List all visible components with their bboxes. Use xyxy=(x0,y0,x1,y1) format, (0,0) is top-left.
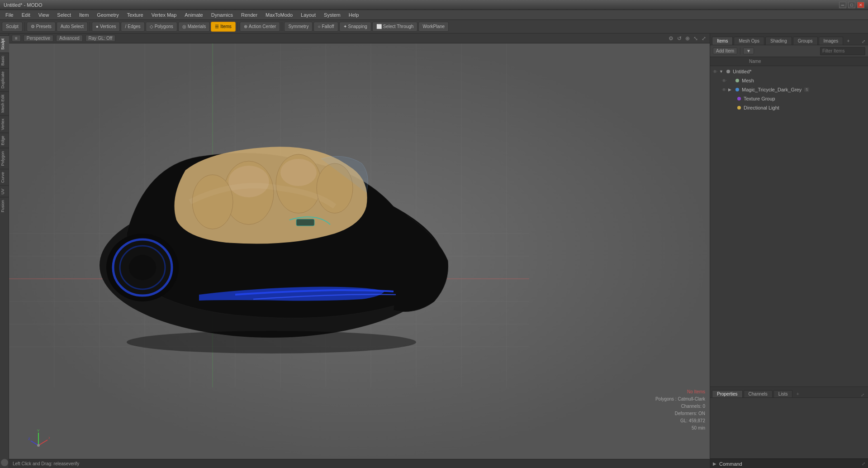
viewport-canvas[interactable]: No Items Polygons : Catmull-Clark Channe… xyxy=(9,43,710,459)
minimize-button[interactable]: ─ xyxy=(839,2,846,8)
directional-light-dot xyxy=(737,105,741,110)
menu-animate[interactable]: Animate xyxy=(181,11,206,19)
items-tree[interactable]: 👁 ▼ Untitled* 👁 Mesh 👁 ▶ xyxy=(710,66,868,387)
svg-point-31 xyxy=(129,255,156,280)
tab-mesh-ops[interactable]: Mesh Ops xyxy=(734,37,764,45)
symmetry-button[interactable]: Symmetry xyxy=(284,22,313,32)
sidebar-tab-meshedit[interactable]: Mesh Edit xyxy=(0,91,9,115)
menu-view[interactable]: View xyxy=(35,11,53,19)
eye-icon-mesh[interactable]: 👁 xyxy=(721,78,727,83)
materials-button[interactable]: ◎ Materials xyxy=(178,22,210,32)
snapping-button[interactable]: ✦ Snapping xyxy=(339,22,371,32)
vertices-button[interactable]: ● Vertices xyxy=(92,22,120,32)
filter-items-input[interactable] xyxy=(820,47,865,55)
viewport-scene xyxy=(9,43,710,459)
menu-texture[interactable]: Texture xyxy=(123,11,147,19)
tree-item-mesh[interactable]: 👁 Mesh xyxy=(710,76,868,85)
menu-render[interactable]: Render xyxy=(237,11,261,19)
tab-channels[interactable]: Channels xyxy=(744,390,773,397)
action-center-button[interactable]: ⊕ Action Center xyxy=(240,22,280,32)
autoselect-button[interactable]: Auto Select xyxy=(57,22,88,32)
expand-untitled[interactable]: ▼ xyxy=(719,69,726,74)
menu-layout[interactable]: Layout xyxy=(297,11,319,19)
viewport-icon-expand[interactable]: ⤢ xyxy=(701,34,707,43)
items-options-button[interactable]: ▼ xyxy=(743,48,754,54)
view-type-button[interactable]: Perspective xyxy=(24,35,53,42)
menu-file[interactable]: File xyxy=(2,11,17,19)
viewport-icon-zoom[interactable]: ⊕ xyxy=(684,34,691,43)
menu-item[interactable]: Item xyxy=(76,11,92,19)
magic-tricycle-label: Magic_Tricycle_Dark_Grey xyxy=(742,87,802,92)
falloff-icon: ○ xyxy=(318,24,320,29)
maximize-button[interactable]: □ xyxy=(848,2,855,8)
presets-button[interactable]: ⚙ Presets xyxy=(27,22,56,32)
tab-lists[interactable]: Lists xyxy=(773,390,793,397)
viewport-menu-button[interactable]: ≡ xyxy=(12,35,21,42)
menu-vertex-map[interactable]: Vertex Map xyxy=(148,11,180,19)
menu-geometry[interactable]: Geometry xyxy=(93,11,122,19)
command-input[interactable] xyxy=(745,461,859,466)
sidebar-tab-basic[interactable]: Basic xyxy=(0,53,9,68)
add-item-button[interactable]: Add Item xyxy=(713,48,737,54)
sidebar-tab-uv[interactable]: UV xyxy=(0,186,9,197)
snapping-icon: ✦ xyxy=(343,24,347,29)
edges-button[interactable]: / Edges xyxy=(121,22,144,32)
tree-item-directional-light[interactable]: Directional Light xyxy=(710,103,868,112)
menu-dynamics[interactable]: Dynamics xyxy=(208,11,237,19)
svg-point-33 xyxy=(127,331,416,353)
toolbar-sep xyxy=(740,48,740,55)
sidebar-tab-duplicate[interactable]: Duplicate xyxy=(0,68,9,91)
falloff-button[interactable]: ○ Falloff xyxy=(313,22,338,32)
toolbar: Sculpt ⚙ Presets Auto Select ● Vertices … xyxy=(0,20,868,33)
eye-icon-untitled[interactable]: 👁 xyxy=(712,69,718,74)
viewport-header: ≡ Perspective Advanced Ray GL: Off ⚙ ↺ ⊕… xyxy=(9,33,710,43)
menu-edit[interactable]: Edit xyxy=(18,11,34,19)
left-sidebar: Sculpt Basic Duplicate Mesh Edit Vertex … xyxy=(0,33,9,468)
untitled-dot xyxy=(726,69,730,74)
sculpt-button[interactable]: Sculpt xyxy=(2,22,23,32)
render-mode-button[interactable]: Advanced xyxy=(56,35,82,42)
tree-item-texture-group[interactable]: Texture Group xyxy=(710,94,868,103)
close-button[interactable]: ✕ xyxy=(857,2,864,8)
tab-properties[interactable]: Properties xyxy=(712,390,743,397)
svg-text:X: X xyxy=(48,436,50,440)
tree-item-untitled[interactable]: 👁 ▼ Untitled* xyxy=(710,67,868,76)
workplane-button[interactable]: WorkPlane xyxy=(418,22,449,32)
polygons-button[interactable]: ◇ Polygons xyxy=(146,22,177,32)
panel-expand-icon[interactable]: ⤢ xyxy=(861,38,866,45)
menu-maxtomodo[interactable]: MaxToModo xyxy=(262,11,296,19)
sidebar-tab-fusion[interactable]: Fusion xyxy=(0,197,9,215)
menu-system[interactable]: System xyxy=(320,11,344,19)
select-through-button[interactable]: ⬜ Select Through xyxy=(372,22,418,32)
tree-header: Name xyxy=(710,57,868,66)
sidebar-toggle-button[interactable] xyxy=(1,459,8,466)
toolbar-separator xyxy=(24,22,25,31)
sidebar-tab-edge[interactable]: Edge xyxy=(0,133,9,148)
viewport-icon-settings[interactable]: ⚙ xyxy=(668,34,674,43)
menu-select[interactable]: Select xyxy=(53,11,75,19)
eye-icon-magic-tricycle[interactable]: 👁 xyxy=(721,87,727,92)
no-items-label: No Items xyxy=(655,388,705,396)
sidebar-tab-polygon[interactable]: Polygon xyxy=(0,148,9,169)
command-expand-button[interactable]: ⤢ xyxy=(862,461,865,466)
expand-magic-tricycle[interactable]: ▶ xyxy=(728,87,735,92)
gl-mode-button[interactable]: Ray GL: Off xyxy=(85,35,116,42)
tab-images[interactable]: Images xyxy=(819,37,844,45)
add-bottom-tab-button[interactable]: + xyxy=(793,390,802,397)
items-icon: ☰ xyxy=(215,24,219,29)
sidebar-tab-sculpt[interactable]: Sculpt xyxy=(0,35,9,53)
tab-groups[interactable]: Groups xyxy=(793,37,818,45)
viewport-icon-refresh[interactable]: ↺ xyxy=(676,34,683,43)
bottom-panel-expand[interactable]: ⤢ xyxy=(861,392,864,397)
tab-items[interactable]: Items xyxy=(712,37,733,45)
tree-item-magic-tricycle[interactable]: 👁 ▶ Magic_Tricycle_Dark_Grey 5 xyxy=(710,85,868,94)
sidebar-tab-vertex[interactable]: Vertex xyxy=(0,115,9,133)
add-panel-tab-button[interactable]: + xyxy=(844,37,852,45)
svg-rect-32 xyxy=(296,219,314,226)
sidebar-tab-curve[interactable]: Curve xyxy=(0,169,9,186)
tab-shading[interactable]: Shading xyxy=(765,37,792,45)
menu-help[interactable]: Help xyxy=(345,11,363,19)
mesh-dot xyxy=(735,78,739,83)
items-button[interactable]: ☰ Items xyxy=(211,22,235,32)
viewport-icon-fit[interactable]: ⤡ xyxy=(693,34,699,43)
